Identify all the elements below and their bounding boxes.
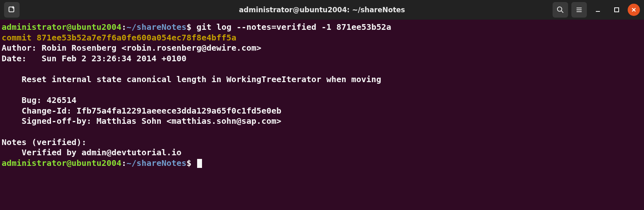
window-title: administrator@ubuntu2004: ~/shareNotes: [239, 6, 405, 14]
prompt-symbol: $: [187, 22, 191, 32]
prompt-user-host-2: administrator@ubuntu2004: [2, 158, 122, 168]
close-button[interactable]: [628, 4, 640, 16]
new-tab-icon: [8, 6, 16, 14]
commit-changeid-line: Change-Id: Ifb75a4fa12291aeeece3dda129a6…: [2, 106, 282, 116]
close-icon: [631, 7, 636, 12]
prompt-path: ~/shareNotes: [127, 22, 187, 32]
commit-line: commit 871ee53b52a7e7f6a0fe600a054ec78f8…: [2, 33, 236, 42]
svg-line-4: [562, 11, 564, 13]
minimize-icon: [595, 7, 601, 13]
cursor: [197, 159, 202, 168]
prompt-symbol-2: $: [187, 158, 191, 168]
author-line: Author: Robin Rosenberg <robin.rosenberg…: [2, 43, 262, 53]
prompt-sep-2: :: [122, 158, 127, 168]
prompt-path-2: ~/shareNotes: [127, 158, 187, 168]
command-text: git log --notes=verified -1 871ee53b52a: [196, 22, 391, 32]
commit-message-line: Reset internal state canonical length in…: [2, 74, 381, 84]
date-line: Date: Sun Feb 2 23:26:34 2014 +0100: [2, 54, 187, 63]
commit-signedoff-line: Signed-off-by: Matthias Sohn <matthias.s…: [2, 116, 282, 126]
maximize-button[interactable]: [609, 2, 624, 18]
notes-header: Notes (verified):: [2, 137, 87, 147]
hamburger-icon: [575, 6, 583, 13]
search-icon: [557, 6, 564, 13]
svg-rect-9: [615, 8, 619, 12]
maximize-icon: [614, 7, 620, 13]
prompt-user-host: administrator@ubuntu2004: [2, 22, 122, 32]
svg-point-3: [557, 7, 562, 11]
new-tab-button[interactable]: [4, 2, 20, 18]
minimize-button[interactable]: [590, 2, 606, 18]
prompt-sep: :: [122, 22, 127, 32]
menu-button[interactable]: [571, 2, 587, 18]
titlebar: administrator@ubuntu2004: ~/shareNotes: [0, 0, 644, 20]
search-button[interactable]: [553, 2, 568, 18]
commit-bug-line: Bug: 426514: [2, 95, 77, 105]
notes-body: Verified by admin@devtutorial.io: [2, 147, 182, 157]
terminal-body[interactable]: administrator@ubuntu2004:~/shareNotes$ g…: [0, 20, 644, 210]
terminal-window: administrator@ubuntu2004: ~/shareNotes: [0, 0, 644, 210]
